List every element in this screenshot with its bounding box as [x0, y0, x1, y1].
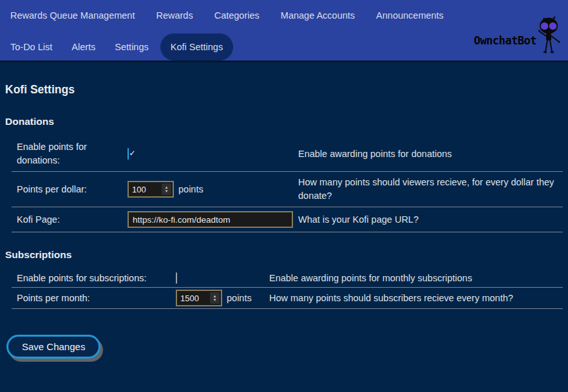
field-label: Points per month:	[12, 290, 176, 307]
table-row-enable-donation-points: Enable points for donations: Enable awar…	[12, 136, 563, 172]
field-description: How many points should viewers recieve, …	[298, 172, 563, 207]
nav-item-announcements[interactable]: Announcements	[376, 10, 444, 21]
subscriptions-section-heading: Subscriptions	[5, 249, 563, 261]
nav-item-categories[interactable]: Categories	[214, 10, 260, 21]
table-row-points-per-dollar: Points per dollar: ▲▼ points How many po…	[12, 172, 563, 207]
field-description: How many points should subscribers recie…	[269, 290, 563, 307]
logo-wordmark: OwnchatBot	[474, 34, 536, 47]
kofi-page-url-input[interactable]	[128, 211, 293, 228]
nav-item-manage-accounts[interactable]: Manage Accounts	[281, 10, 355, 21]
field-description: Enable awarding points for monthly subsc…	[269, 270, 563, 287]
table-row-kofi-page: Kofi Page: What is your Kofi page URL?	[12, 207, 563, 232]
points-per-month-input-wrap: ▲▼	[176, 290, 222, 306]
points-per-dollar-input[interactable]	[129, 185, 162, 194]
field-description: Enable awarding points for donations	[298, 144, 563, 165]
points-per-dollar-input-wrap: ▲▼	[128, 181, 174, 198]
subscriptions-settings-table: Enable points for subscriptions: Enable …	[12, 270, 563, 309]
top-navigation: Rewards Queue Management Rewards Categor…	[0, 0, 568, 62]
field-label: Kofi Page:	[12, 209, 128, 230]
nav-item-kofi-settings[interactable]: Kofi Settings	[160, 33, 233, 61]
robot-mascot-icon	[535, 14, 564, 57]
ownchatbot-logo: OwnchatBot	[474, 14, 564, 57]
save-changes-button[interactable]: Save Changes	[6, 335, 100, 359]
table-row-enable-subscription-points: Enable points for subscriptions: Enable …	[12, 270, 563, 288]
points-suffix-label: points	[178, 183, 204, 196]
donations-section-heading: Donations	[5, 116, 563, 127]
field-description: What is your Kofi page URL?	[298, 209, 563, 230]
field-label: Enable points for subscriptions:	[12, 270, 176, 287]
nav-item-todo-list[interactable]: To-Do List	[10, 42, 52, 52]
field-label: Points per dollar:	[12, 179, 128, 200]
points-per-month-input[interactable]	[177, 294, 210, 303]
nav-item-rewards[interactable]: Rewards	[156, 10, 193, 21]
donations-settings-table: Enable points for donations: Enable awar…	[12, 136, 563, 232]
table-row-points-per-month: Points per month: ▲▼ points How many poi…	[12, 288, 563, 309]
enable-donation-points-checkbox[interactable]	[128, 148, 129, 160]
nav-item-alerts[interactable]: Alerts	[71, 42, 95, 52]
page-title: Kofi Settings	[5, 83, 563, 97]
points-suffix-label: points	[227, 292, 252, 305]
nav-item-rewards-queue-management[interactable]: Rewards Queue Management	[10, 10, 135, 21]
kofi-settings-page: Kofi Settings Donations Enable points fo…	[0, 83, 568, 359]
enable-subscription-points-checkbox[interactable]	[176, 272, 177, 284]
nav-item-settings[interactable]: Settings	[115, 42, 148, 52]
field-label: Enable points for donations:	[12, 136, 128, 171]
number-stepper-icon[interactable]: ▲▼	[210, 292, 220, 304]
number-stepper-icon[interactable]: ▲▼	[162, 183, 171, 195]
